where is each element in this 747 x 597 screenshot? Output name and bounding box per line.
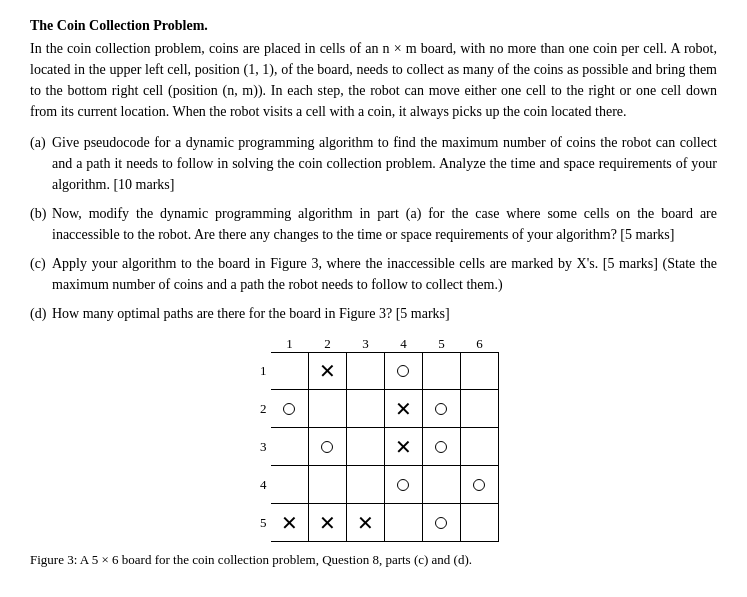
- grid-rows: 1✕2✕3✕45✕✕✕: [249, 352, 499, 542]
- x-mark: ✕: [395, 399, 412, 419]
- x-mark: ✕: [319, 513, 336, 533]
- grid-row-5: 5✕✕✕: [249, 504, 499, 542]
- problem-part-a: (a)Give pseudocode for a dynamic program…: [30, 132, 717, 195]
- x-mark: ✕: [357, 513, 374, 533]
- grid-cell-4-5: [423, 466, 461, 504]
- part-label: (b): [30, 203, 52, 224]
- grid-cell-5-4: [385, 504, 423, 542]
- col-header: 1: [271, 336, 309, 352]
- grid-cell-2-4: ✕: [385, 390, 423, 428]
- col-header: 3: [347, 336, 385, 352]
- grid-cell-4-3: [347, 466, 385, 504]
- grid-row-4: 4: [249, 466, 499, 504]
- grid-cell-4-2: [309, 466, 347, 504]
- col-header: 6: [461, 336, 499, 352]
- grid-cell-3-1: [271, 428, 309, 466]
- row-label: 5: [249, 515, 271, 531]
- grid-row-2: 2✕: [249, 390, 499, 428]
- grid-wrapper: 123456 1✕2✕3✕45✕✕✕: [249, 336, 499, 542]
- part-label: (a): [30, 132, 52, 153]
- grid-cell-3-3: [347, 428, 385, 466]
- grid-cell-1-5: [423, 352, 461, 390]
- col-header: 2: [309, 336, 347, 352]
- x-mark: ✕: [281, 513, 298, 533]
- grid-cell-5-2: ✕: [309, 504, 347, 542]
- grid-row-3: 3✕: [249, 428, 499, 466]
- problem-part-d: (d)How many optimal paths are there for …: [30, 303, 717, 324]
- grid-cell-2-2: [309, 390, 347, 428]
- grid-cell-2-5: [423, 390, 461, 428]
- grid-cell-1-1: [271, 352, 309, 390]
- figure-area: 123456 1✕2✕3✕45✕✕✕ Figure 3: A 5 × 6 boa…: [30, 336, 717, 568]
- part-text: Now, modify the dynamic programming algo…: [52, 203, 717, 245]
- coin-marker: [397, 365, 409, 377]
- grid-cell-2-6: [461, 390, 499, 428]
- part-text: How many optimal paths are there for the…: [52, 303, 717, 324]
- grid-cell-2-1: [271, 390, 309, 428]
- row-label: 3: [249, 439, 271, 455]
- problem-part-c: (c)Apply your algorithm to the board in …: [30, 253, 717, 295]
- problem-parts-list: (a)Give pseudocode for a dynamic program…: [30, 132, 717, 324]
- x-mark: ✕: [395, 437, 412, 457]
- coin-marker: [397, 479, 409, 491]
- coin-marker: [473, 479, 485, 491]
- grid-cell-1-4: [385, 352, 423, 390]
- grid-cell-3-5: [423, 428, 461, 466]
- coin-marker: [435, 517, 447, 529]
- grid-cell-5-5: [423, 504, 461, 542]
- grid-cell-5-3: ✕: [347, 504, 385, 542]
- col-headers: 123456: [271, 336, 499, 352]
- part-label: (c): [30, 253, 52, 274]
- grid-cell-3-6: [461, 428, 499, 466]
- coin-marker: [321, 441, 333, 453]
- grid-cell-3-4: ✕: [385, 428, 423, 466]
- col-header: 4: [385, 336, 423, 352]
- coin-marker: [435, 441, 447, 453]
- grid-cell-4-4: [385, 466, 423, 504]
- row-label: 2: [249, 401, 271, 417]
- grid-cell-5-6: [461, 504, 499, 542]
- part-text: Apply your algorithm to the board in Fig…: [52, 253, 717, 295]
- grid-row-1: 1✕: [249, 352, 499, 390]
- problem-title: The Coin Collection Problem.: [30, 18, 717, 34]
- grid-cell-4-6: [461, 466, 499, 504]
- row-label: 1: [249, 363, 271, 379]
- grid-cell-2-3: [347, 390, 385, 428]
- figure-caption: Figure 3: A 5 × 6 board for the coin col…: [30, 552, 717, 568]
- col-header: 5: [423, 336, 461, 352]
- coin-marker: [435, 403, 447, 415]
- grid-cell-1-6: [461, 352, 499, 390]
- part-label: (d): [30, 303, 52, 324]
- part-text: Give pseudocode for a dynamic programmin…: [52, 132, 717, 195]
- coin-marker: [283, 403, 295, 415]
- grid-cell-1-3: [347, 352, 385, 390]
- intro-text: In the coin collection problem, coins ar…: [30, 38, 717, 122]
- row-label: 4: [249, 477, 271, 493]
- problem-part-b: (b)Now, modify the dynamic programming a…: [30, 203, 717, 245]
- grid-cell-5-1: ✕: [271, 504, 309, 542]
- x-mark: ✕: [319, 361, 336, 381]
- grid-cell-3-2: [309, 428, 347, 466]
- grid-cell-4-1: [271, 466, 309, 504]
- grid-cell-1-2: ✕: [309, 352, 347, 390]
